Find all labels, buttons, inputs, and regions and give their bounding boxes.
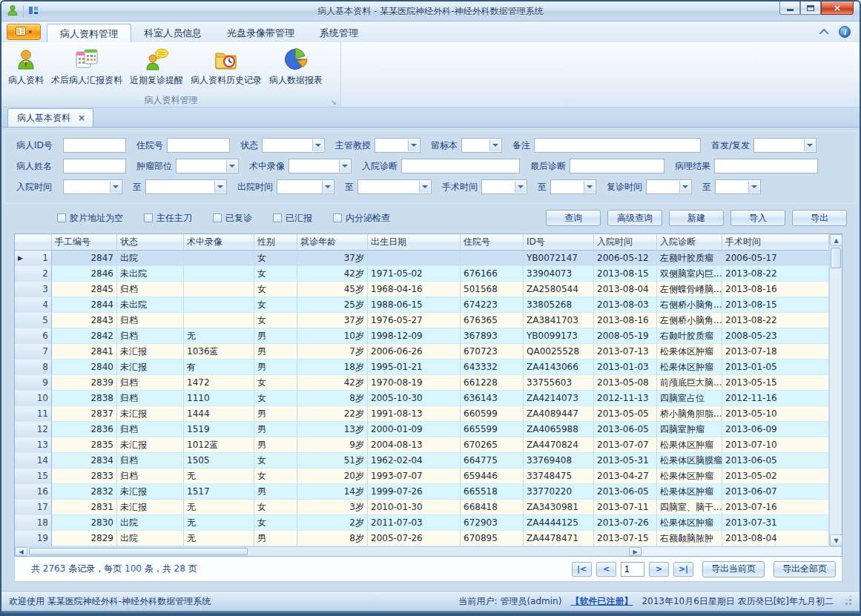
grid-cell[interactable]: 664775 [461,453,524,468]
grid-cell[interactable]: ZA4478471 [524,531,594,546]
grid-cell[interactable]: 2006-06-26 [368,344,461,360]
grid-cell[interactable]: 2013-08-03 [594,297,657,313]
grid-cell[interactable]: 7岁 [297,344,368,360]
combo-dropdown-button[interactable] [339,160,350,172]
row-indicator[interactable]: 11 [15,406,52,422]
grid-cell[interactable]: 2013-05-02 [722,468,829,484]
table-row[interactable]: ▶12847出院女37岁YB00721472006-05-12左额叶胶质瘤200… [15,251,829,266]
grid-cell[interactable]: ZA4214073 [524,391,594,406]
filter-input-最后诊断[interactable] [570,159,664,173]
grid-cell[interactable]: 女 [254,266,297,282]
maximize-button[interactable] [800,1,821,15]
grid-cell[interactable]: 未出院 [117,297,184,313]
grid-cell[interactable]: 8岁 [297,391,368,406]
grid-cell[interactable]: 2844 [52,297,117,313]
grid-cell[interactable]: 1995-01-21 [368,360,461,375]
scroll-right-button[interactable]: ▶ [629,547,641,556]
table-row[interactable]: 162832未汇报1517男14岁1999-07-266655183377022… [15,484,829,500]
grid-cell[interactable]: 女 [254,375,297,391]
row-indicator[interactable]: ▶1 [15,251,52,266]
grid-cell[interactable]: ZA3430981 [524,500,594,515]
grid-cell[interactable]: 2013-07-07 [594,437,657,453]
grid-column-header-入院时间[interactable]: 入院时间 [594,234,657,251]
grid-cell[interactable]: 2845 [52,282,117,297]
table-row[interactable]: 32845归档女45岁1968-04-16501568ZA25805442013… [15,282,829,297]
grid-cell[interactable]: 661228 [461,375,524,391]
grid-cell[interactable]: 1976-05-27 [368,313,461,328]
grid-cell[interactable]: 无 [184,468,254,484]
grid-cell[interactable]: 2013-05-15 [722,375,829,391]
table-row[interactable]: 22846未出院女42岁1971-05-02676166339040732013… [15,266,829,282]
grid-cell[interactable]: 2013-07-16 [722,500,829,515]
export-all-pages-button[interactable]: 导出全部页 [773,561,836,577]
grid-cell[interactable]: 无 [184,328,254,344]
grid-cell[interactable]: 未汇报 [117,360,184,375]
scroll-up-button[interactable]: ▲ [830,234,842,246]
grid-cell[interactable]: QA0025528 [524,344,594,360]
combo-dropdown-button[interactable] [110,181,121,193]
grid-cell[interactable] [184,251,254,266]
filter-combo-至[interactable] [715,179,761,194]
filter-combo-主管教授[interactable] [375,138,420,153]
combo-dropdown-button[interactable] [322,181,333,193]
table-row[interactable]: 52843归档女37岁1976-05-27676365ZA38417032013… [15,313,829,328]
grid-cell[interactable]: 右颞叶胶质瘤 [657,328,722,344]
grid-cell[interactable]: ZA2580544 [524,282,594,297]
grid-cell[interactable]: 2006-05-12 [594,251,657,266]
grid-cell[interactable]: 男 [254,406,297,422]
grid-column-header-住院号[interactable]: 住院号 [461,234,524,251]
grid-column-header-indicator[interactable] [15,234,52,251]
app-logo-icon[interactable] [7,4,19,19]
filter-input-住院号[interactable] [167,138,230,153]
row-indicator[interactable]: 10 [15,391,52,406]
grid-cell[interactable]: 2838 [52,391,117,406]
grid-cell[interactable]: 1110 [184,391,254,406]
horizontal-scrollbar[interactable]: ◀ ▶ [15,547,641,556]
grid-cell[interactable] [184,297,254,313]
tab-disc-video-management[interactable]: 光盘录像带管理 [214,24,307,42]
grid-column-header-入院诊断[interactable]: 入院诊断 [657,234,722,251]
grid-cell[interactable]: 636143 [461,391,524,406]
grid-cell[interactable]: 2837 [52,406,117,422]
grid-cell[interactable]: 桥小脑角胆脂... [657,406,722,422]
vertical-scrollbar[interactable]: ▲ ▼ [829,234,842,546]
tab-close-icon[interactable]: × [78,113,85,123]
grid-cell[interactable]: 2829 [52,531,117,546]
ribbon-button-data-report[interactable]: 病人数据报表 [265,45,326,88]
filter-input-入院诊断[interactable] [401,159,520,173]
first-page-button[interactable]: |< [572,562,592,577]
grid-cell[interactable]: 1970-08-19 [368,375,461,391]
grid-cell[interactable]: 674223 [461,297,524,313]
grid-cell[interactable]: 676166 [461,266,524,282]
grid-cell[interactable]: 松果体区肿瘤 [657,360,722,375]
grid-cell[interactable]: 33769408 [524,453,594,468]
prev-page-button[interactable]: < [596,562,616,577]
filter-input-病人姓名[interactable] [63,159,126,173]
grid-cell[interactable]: 归档 [117,453,184,468]
ribbon-button-patient-data[interactable]: 病人资料 [4,45,47,88]
grid-cell[interactable]: 2013-06-09 [722,422,829,437]
app-menu-button[interactable]: ▾ [7,24,41,40]
grid-cell[interactable]: 2013-06-05 [722,453,829,468]
combo-dropdown-button[interactable] [804,139,815,151]
grid-cell[interactable]: 367893 [461,328,524,344]
grid-cell[interactable]: 2006-05-17 [722,251,829,266]
table-row[interactable]: 72841未汇报1036蓝男7岁2006-06-26670723QA002552… [15,344,829,360]
grid-cell[interactable]: 左侧蝶骨嵴脑... [657,282,722,297]
grid-cell[interactable]: 2010-01-30 [368,500,461,515]
grid-cell[interactable]: 33805268 [524,297,594,313]
grid-cell[interactable]: 无 [184,531,254,546]
combo-dropdown-button[interactable] [489,139,501,151]
grid-cell[interactable]: 2013-01-05 [722,360,829,375]
row-indicator[interactable]: 13 [15,437,52,453]
grid-column-header-性别[interactable]: 性别 [254,234,297,251]
resize-grip[interactable] [842,597,852,606]
filter-combo-至[interactable] [145,179,227,194]
grid-cell[interactable]: 归档 [117,375,184,391]
checkbox-box[interactable] [333,213,342,222]
grid-cell[interactable]: 1444 [184,406,254,422]
grid-cell[interactable]: 右额颞脑脓肿 [657,531,722,546]
row-indicator[interactable]: 18 [15,515,52,531]
grid-cell[interactable]: 2834 [52,453,117,468]
grid-cell[interactable]: 2000-01-09 [368,422,461,437]
